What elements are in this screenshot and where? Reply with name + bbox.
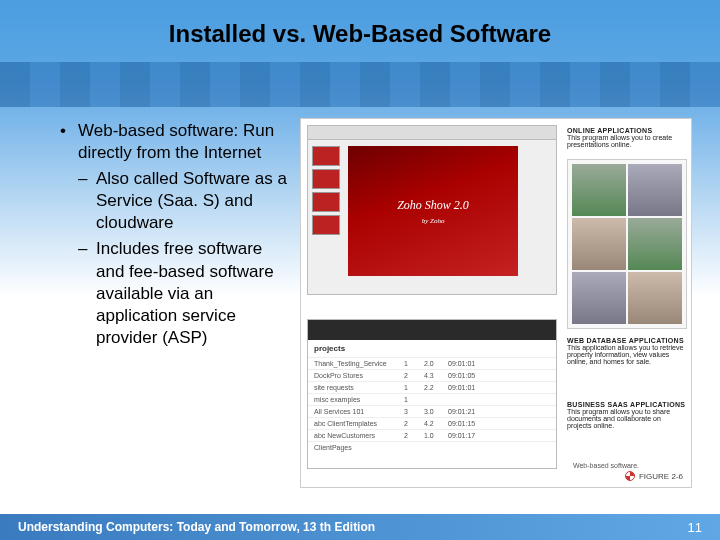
table-row: ClientPages: [308, 441, 556, 453]
figure-area: Zoho Show 2.0 by Zoho ONLINE APPLICATION…: [300, 118, 692, 488]
bullet-main: Web-based software: Run directly from th…: [60, 120, 290, 164]
app-toolbar: [308, 126, 556, 140]
footer-book: Understanding Computers: Today and Tomor…: [18, 520, 375, 534]
footer-page: 11: [688, 520, 702, 535]
figure-number: FIGURE 2-6: [639, 472, 683, 481]
bullet-sub-2: Includes free software and fee-based sof…: [60, 238, 290, 348]
zoho-title: Zoho Show 2.0: [397, 198, 469, 213]
title-bar: Installed vs. Web-Based Software: [0, 20, 720, 48]
footer: Understanding Computers: Today and Tomor…: [0, 514, 720, 540]
saas-caption: BUSINESS SAAS APPLICATIONS This program …: [567, 401, 687, 429]
slide-thumbnails: [312, 146, 344, 238]
online-apps-head: ONLINE APPLICATIONS: [567, 127, 687, 134]
web-db-screenshot: [567, 159, 687, 329]
publisher-icon: [625, 471, 635, 481]
projects-label: projects: [308, 340, 556, 357]
web-db-head: WEB DATABASE APPLICATIONS: [567, 337, 687, 344]
saas-tabbar: [308, 320, 556, 340]
slide-title: Installed vs. Web-Based Software: [0, 20, 720, 48]
zoho-byline: by Zoho: [422, 217, 445, 225]
online-apps-body: This program allows you to create presen…: [567, 134, 687, 148]
table-row: site requests12.209:01:01: [308, 381, 556, 393]
web-db-caption: WEB DATABASE APPLICATIONS This applicati…: [567, 337, 687, 365]
table-row: All Services 10133.009:01:21: [308, 405, 556, 417]
online-apps-caption: ONLINE APPLICATIONS This program allows …: [567, 127, 687, 148]
projects-table: Thank_Testing_Service12.009:01:01DockPro…: [308, 357, 556, 453]
table-row: abc NewCustomers21.009:01:17: [308, 429, 556, 441]
decorative-band: [0, 62, 720, 107]
bullet-sub-1: Also called Software as a Service (Saa. …: [60, 168, 290, 234]
saas-head: BUSINESS SAAS APPLICATIONS: [567, 401, 687, 408]
saas-body: This program allows you to share documen…: [567, 408, 687, 429]
web-db-body: This application allows you to retrieve …: [567, 344, 687, 365]
table-row: abc ClientTemplates24.209:01:15: [308, 417, 556, 429]
table-row: DockPro Stores24.309:01:05: [308, 369, 556, 381]
bullet-content: Web-based software: Run directly from th…: [60, 120, 290, 353]
table-row: Thank_Testing_Service12.009:01:01: [308, 357, 556, 369]
presentation-app-screenshot: Zoho Show 2.0 by Zoho: [307, 125, 557, 295]
figure-caption: Web-based software.: [573, 462, 683, 469]
slide-canvas: Zoho Show 2.0 by Zoho: [348, 146, 518, 276]
figure-label: FIGURE 2-6: [625, 471, 683, 481]
slide: Installed vs. Web-Based Software Web-bas…: [0, 0, 720, 540]
table-row: misc examples1: [308, 393, 556, 405]
saas-app-screenshot: projects Thank_Testing_Service12.009:01:…: [307, 319, 557, 469]
